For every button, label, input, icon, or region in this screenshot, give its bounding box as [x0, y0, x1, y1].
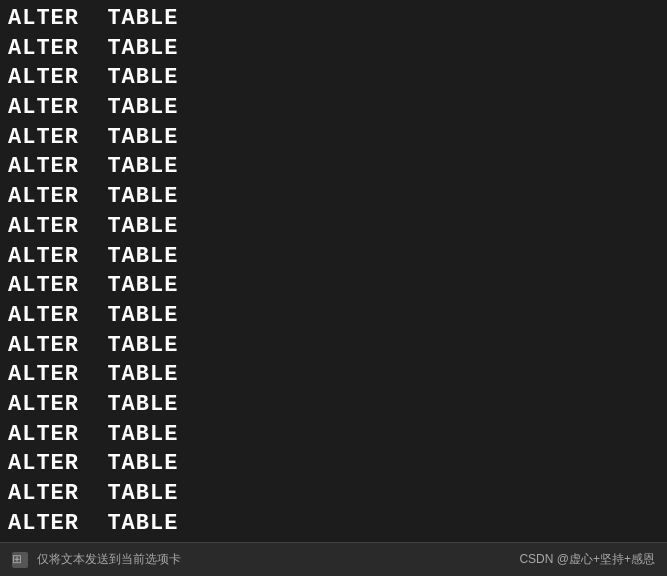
statusbar-right-text: CSDN @虚心+坚持+感恩 — [519, 552, 655, 566]
terminal-line: ALTER TABLE — [8, 479, 659, 509]
statusbar-icon: ⊞ — [12, 552, 28, 568]
terminal-line: ALTER TABLE — [8, 242, 659, 272]
terminal-line: ALTER TABLE — [8, 449, 659, 479]
statusbar-right: CSDN @虚心+坚持+感恩 — [519, 551, 655, 568]
terminal-line: ALTER TABLE — [8, 4, 659, 34]
terminal-line: ALTER TABLE — [8, 152, 659, 182]
terminal-line: ALTER TABLE — [8, 301, 659, 331]
statusbar-left-text: 仅将文本发送到当前选项卡 — [37, 552, 181, 566]
terminal-line: ALTER TABLE — [8, 182, 659, 212]
terminal-line: ALTER TABLE — [8, 360, 659, 390]
terminal-line: ALTER TABLE — [8, 123, 659, 153]
terminal-line: ALTER TABLE — [8, 509, 659, 539]
terminal-line: ALTER TABLE — [8, 93, 659, 123]
statusbar: ⊞ 仅将文本发送到当前选项卡 CSDN @虚心+坚持+感恩 — [0, 542, 667, 576]
terminal-area[interactable]: ALTER TABLEALTER TABLEALTER TABLEALTER T… — [0, 0, 667, 542]
terminal-line: ALTER TABLE — [8, 390, 659, 420]
terminal-line: ALTER TABLE — [8, 420, 659, 450]
statusbar-left: ⊞ 仅将文本发送到当前选项卡 — [12, 551, 181, 568]
terminal-line: ALTER TABLE — [8, 271, 659, 301]
terminal-line: ALTER TABLE — [8, 63, 659, 93]
terminal-line: ALTER TABLE — [8, 331, 659, 361]
terminal-line: ALTER TABLE — [8, 212, 659, 242]
terminal-line: ALTER TABLE — [8, 34, 659, 64]
